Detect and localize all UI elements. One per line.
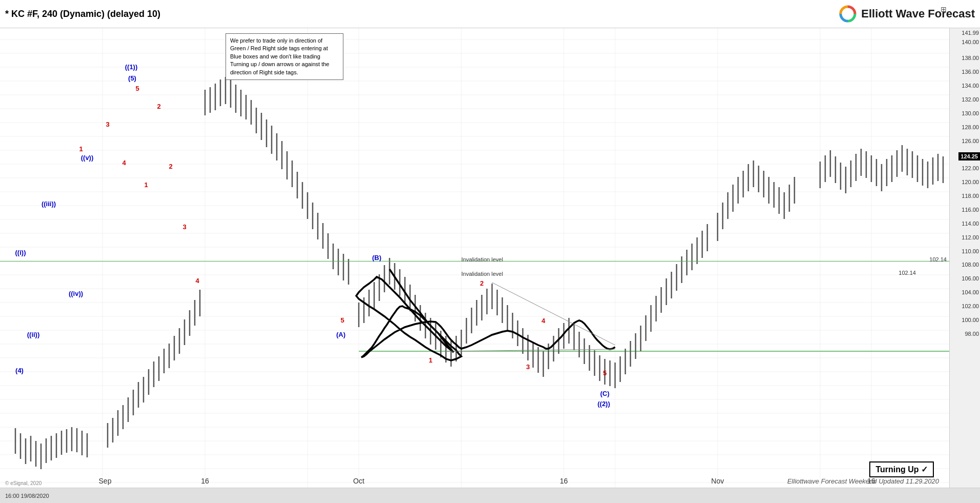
price-120: 120.00	[962, 179, 979, 185]
wave-label-5-red-peak: 5	[135, 85, 139, 92]
svg-text:16: 16	[560, 477, 568, 485]
chart-container: * KC #F, 240 (Dynamic) (delayed 10) Elli…	[0, 0, 980, 503]
annotation-box: We prefer to trade only in direction of …	[226, 33, 343, 80]
wave-label-A: (A)	[336, 331, 345, 338]
price-136: 136.00	[962, 69, 979, 75]
invalidation-label: Invalidation level	[461, 271, 503, 277]
invalidation-text: Invalidation level	[461, 256, 503, 263]
wave-label-i: ((i))	[15, 249, 26, 256]
current-price-badge: 124.25	[958, 152, 980, 160]
price-141: 141.99	[962, 30, 979, 36]
upper-trendline	[492, 283, 615, 345]
price-100: 100.00	[962, 317, 979, 323]
price-112: 112.00	[962, 234, 979, 240]
wave-label-v: ((v))	[81, 154, 94, 162]
datetime-label: 16:00 19/08/2020	[5, 493, 49, 499]
footer-text: Elliottwave Forecast Weekend Updated 11.…	[787, 477, 939, 485]
wave-label-iv: ((iv))	[69, 290, 83, 297]
price-134: 134.00	[962, 83, 979, 89]
svg-text:Sep: Sep	[99, 477, 112, 485]
invalidation-price: 102.14	[929, 256, 947, 263]
invalidation-value: 102.14	[899, 270, 916, 276]
wave-label-4-red-c: 4	[541, 317, 545, 325]
svg-text:Oct: Oct	[353, 477, 364, 485]
wave-label-B: (B)	[372, 254, 381, 261]
price-108: 108.00	[962, 261, 979, 268]
price-138: 138.00	[962, 55, 979, 61]
esignal-watermark: © eSignal, 2020	[5, 480, 42, 486]
wave-label-3-red-a: 3	[106, 120, 109, 128]
price-140: 140.00	[962, 39, 979, 45]
chart-title: * KC #F, 240 (Dynamic) (delayed 10)	[5, 9, 160, 19]
turning-up-badge: Turning Up ✓	[869, 461, 934, 477]
wave-label-3-red-c: 3	[526, 363, 529, 371]
wave-label-4-red-b: 4	[195, 277, 199, 285]
wave-label-iii: ((iii))	[42, 200, 56, 208]
price-118: 118.00	[962, 193, 979, 199]
price-106: 106.00	[962, 275, 979, 281]
price-104: 104.00	[962, 289, 979, 295]
annotation-text: We prefer to trade only in direction of …	[230, 37, 329, 75]
wave-label-1-red-c: 1	[428, 356, 432, 364]
bottom-bar: 16:00 19/08/2020	[0, 488, 980, 503]
expand-icon[interactable]: ⊞	[941, 5, 947, 13]
wave-label-2-red-c: 2	[169, 163, 172, 170]
wave-label-1-red-a: 1	[79, 145, 83, 153]
wave-label-3-red-b: 3	[182, 223, 186, 231]
wave-label-2-double-paren: ((2))	[598, 400, 610, 408]
brand-name: Elliott Wave Forecast	[861, 7, 975, 21]
wave-label-4-bottom: (4)	[15, 367, 24, 374]
wave-label-ii: ((ii))	[27, 331, 40, 338]
price-98: 98.00	[965, 331, 979, 337]
svg-text:16: 16	[201, 477, 209, 485]
wave-label-C: (C)	[600, 390, 609, 397]
price-128: 128.00	[962, 124, 979, 130]
chart-header: * KC #F, 240 (Dynamic) (delayed 10) Elli…	[0, 0, 980, 28]
price-122: 122.00	[962, 165, 979, 171]
price-116: 116.00	[962, 207, 979, 213]
wave-label-5-red-c: 5	[603, 369, 606, 377]
brand-area: Elliott Wave Forecast	[839, 5, 975, 23]
price-110: 110.00	[962, 248, 979, 254]
wave-label-1-paren-top: ((1))	[125, 63, 138, 71]
wave-label-2-red-top: 2	[157, 103, 160, 110]
price-axis: 141.99 140.00 138.00 136.00 134.00 132.0…	[949, 28, 980, 488]
price-130: 130.00	[962, 110, 979, 116]
svg-text:Nov: Nov	[711, 477, 724, 485]
price-102: 102.00	[962, 303, 979, 309]
wave-label-5-red-a: 5	[340, 316, 344, 324]
brand-logo-icon	[839, 5, 857, 23]
wave-label-2-red-wave: 2	[480, 279, 483, 287]
price-114: 114.00	[962, 220, 979, 227]
wave-label-4-red-a: 4	[122, 159, 126, 167]
wave-label-5-paren: (5)	[128, 74, 136, 82]
price-132: 132.00	[962, 96, 979, 103]
price-126: 126.00	[962, 138, 979, 144]
wave-label-1-red-b: 1	[144, 181, 148, 189]
